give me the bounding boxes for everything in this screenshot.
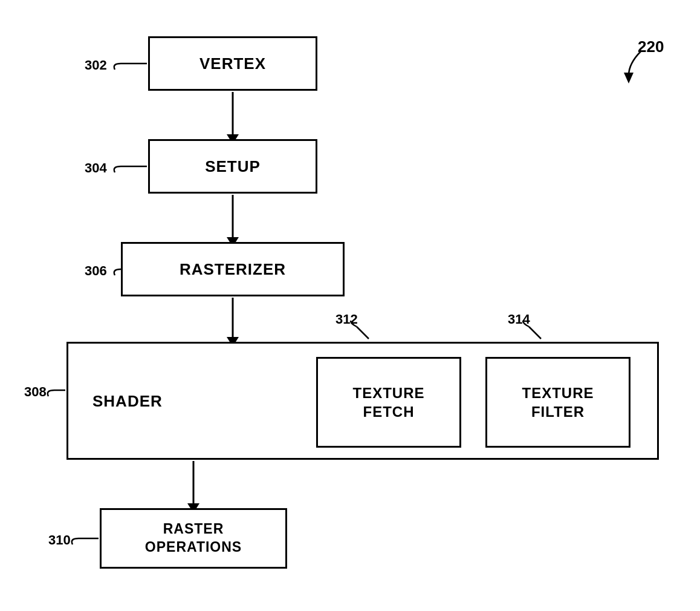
ref-310: 310	[48, 532, 71, 548]
vertex-label: VERTEX	[199, 54, 266, 73]
rasterizer-label: RASTERIZER	[180, 260, 286, 279]
texture-fetch-label: TEXTURE FETCH	[352, 384, 424, 421]
vertex-box: VERTEX	[148, 36, 317, 91]
shader-label: SHADER	[92, 391, 163, 410]
ref-312: 312	[335, 312, 358, 327]
setup-label: SETUP	[205, 157, 261, 176]
rasterizer-box: RASTERIZER	[121, 242, 345, 296]
texture-fetch-box: TEXTURE FETCH	[316, 357, 461, 448]
shader-box: SHADER TEXTURE FETCH TEXTURE FILTER	[66, 342, 659, 460]
svg-marker-15	[624, 73, 634, 83]
texture-filter-label: TEXTURE FILTER	[522, 384, 594, 421]
diagram-container: 302 304 306 308 310 312 314 220 VERTEX S…	[0, 0, 700, 611]
svg-line-14	[529, 327, 541, 339]
ref-308: 308	[24, 384, 47, 400]
ref-302: 302	[85, 57, 107, 73]
svg-line-13	[357, 327, 369, 339]
ref-306: 306	[85, 263, 107, 279]
raster-ops-box: RASTER OPERATIONS	[100, 508, 287, 569]
ref-220: 220	[638, 38, 664, 56]
setup-box: SETUP	[148, 139, 317, 194]
ref-314: 314	[508, 312, 530, 327]
raster-ops-label: RASTER OPERATIONS	[145, 520, 242, 557]
ref-304: 304	[85, 160, 107, 176]
texture-filter-box: TEXTURE FILTER	[485, 357, 630, 448]
